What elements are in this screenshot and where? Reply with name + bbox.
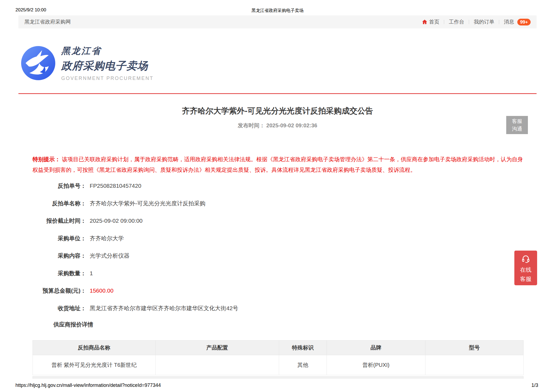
field-value: 齐齐哈尔大学 (90, 235, 124, 242)
column-header-brand: 品牌 (327, 341, 425, 355)
cell-model (425, 355, 523, 375)
special-alert-text: 该项目已关联政府采购计划，属于政府采购范畴，适用政府采购相关法律法规。根据《黑龙… (33, 156, 523, 173)
column-header-model: 型号 (425, 341, 523, 355)
field-label: 收货地址： (27, 304, 86, 312)
logo-english-name: GOVERNMENT PROCUREMENT (61, 76, 154, 81)
service-chat-button[interactable]: 客服 沟通 (506, 116, 528, 134)
home-icon (422, 19, 428, 25)
print-document-title: 黑龙江省政府采购电子卖场 (0, 8, 555, 14)
field-value: FP25082810457420 (90, 183, 141, 189)
table-row: 普析 紫外可见分光光度计 T6新世纪 其他 普析(PUXI) (33, 355, 524, 375)
cell-product-name: 普析 紫外可见分光光度计 T6新世纪 (33, 355, 156, 375)
nav-item-label: 首页 (429, 18, 439, 25)
field-row-auction-name: 反拍单名称： 齐齐哈尔大学紫外-可见光分光光度计反拍采购 (27, 195, 238, 212)
print-footer-url: https://hljcg.hlj.gov.cn/mall-view/infor… (15, 383, 161, 388)
column-header-product-name: 反拍商品名称 (33, 341, 156, 355)
column-header-special-mark: 特殊标识 (279, 341, 327, 355)
nav-item-workbench[interactable]: 工作台 (449, 18, 464, 25)
nav-item-home[interactable]: 首页 (422, 18, 439, 25)
table-next-row-cutoff (33, 376, 524, 379)
cell-special-mark: 其他 (279, 355, 327, 375)
field-label: 采购内容： (27, 252, 86, 260)
service-chat-label-line2: 沟通 (512, 125, 522, 133)
field-row-auction-number: 反拍单号： FP25082810457420 (27, 177, 238, 195)
field-value: 黑龙江省齐齐哈尔市建华区齐齐哈尔市建华区文化大街42号 (90, 304, 238, 312)
field-value: 齐齐哈尔大学紫外-可见光分光光度计反拍采购 (90, 200, 205, 207)
site-logo[interactable]: 黑龙江省 政府采购电子卖场 GOVERNMENT PROCUREMENT (21, 45, 154, 81)
online-service-label-line2: 客服 (520, 274, 531, 284)
field-row-purchase-quantity: 采购数量： 1 (27, 265, 238, 282)
online-service-label-line1: 在线 (520, 265, 531, 274)
logo-marketplace-name: 政府采购电子卖场 (61, 59, 154, 73)
logo-dragon-icon (21, 46, 55, 80)
field-label: 预算总金额(元)： (27, 287, 86, 294)
field-label: 反拍单号： (27, 182, 86, 190)
cell-product-config (155, 355, 279, 375)
supplier-quote-section-header: 供应商报价详情 (53, 321, 93, 328)
nav-item-label: 工作台 (449, 18, 464, 25)
site-name-link[interactable]: 黑龙江省政府采购网 (24, 18, 71, 25)
publish-time-value: 2025-09-02 09:02:36 (266, 122, 317, 128)
table-header-row: 反拍商品名称 产品配置 特殊标识 品牌 型号 (33, 341, 524, 355)
field-row-purchasing-unit: 采购单位： 齐齐哈尔大学 (27, 230, 238, 247)
field-row-delivery-address: 收货地址： 黑龙江省齐齐哈尔市建华区齐齐哈尔市建华区文化大街42号 (27, 300, 238, 317)
notice-title: 齐齐哈尔大学紫外-可见光分光光度计反拍采购成交公告 (0, 106, 555, 116)
service-chat-label-line1: 客服 (512, 118, 522, 125)
nav-item-label: 我的订单 (474, 18, 494, 25)
field-row-budget-total: 预算总金额(元)： 15600.00 (27, 282, 238, 300)
nav-item-messages[interactable]: 消息 (504, 18, 514, 25)
notice-detail-fields: 反拍单号： FP25082810457420 反拍单名称： 齐齐哈尔大学紫外-可… (27, 177, 238, 317)
special-alert: 特别提示： 该项目已关联政府采购计划，属于政府采购范畴，适用政府采购相关法律法规… (33, 154, 524, 175)
cell-brand: 普析(PUXI) (327, 355, 425, 375)
message-count-badge[interactable]: 99+ (517, 19, 531, 25)
nav-item-my-orders[interactable]: 我的订单 (474, 18, 494, 25)
field-row-purchase-content: 采购内容： 光学式分析仪器 (27, 247, 238, 265)
publish-time-row: 发布时间： 2025-09-02 09:02:36 (0, 122, 555, 129)
page: 2025/9/2 10:00 黑龙江省政府采购电子卖场 黑龙江省政府采购网 首页… (0, 0, 555, 392)
special-alert-label: 特别提示： (33, 156, 60, 162)
print-page-indicator: 1/3 (531, 383, 538, 388)
nav-separator (499, 20, 499, 24)
headset-icon (521, 254, 530, 264)
field-label: 反拍单名称： (27, 200, 86, 207)
nav-separator (444, 20, 444, 24)
field-row-quote-deadline: 报价截止时间： 2025-09-02 09:00:00 (27, 212, 238, 230)
field-label: 采购单位： (27, 235, 86, 242)
field-value-budget: 15600.00 (90, 287, 114, 294)
supplier-quote-table: 反拍商品名称 产品配置 特殊标识 品牌 型号 普析 紫外可见分光光度计 T6新世… (33, 340, 524, 375)
red-divider-line (18, 93, 537, 94)
field-value: 1 (90, 270, 93, 277)
field-label: 采购数量： (27, 270, 86, 277)
logo-province-name: 黑龙江省 (61, 45, 154, 57)
field-label: 报价截止时间： (27, 217, 86, 225)
top-navbar: 黑龙江省政府采购网 首页 工作台 我的订单 消息 99+ (18, 15, 537, 28)
logo-text: 黑龙江省 政府采购电子卖场 GOVERNMENT PROCUREMENT (61, 45, 154, 81)
publish-time-label: 发布时间： (238, 122, 265, 128)
nav-item-label: 消息 (504, 18, 514, 25)
navbar-right: 首页 工作台 我的订单 消息 99+ (422, 18, 531, 25)
field-value: 2025-09-02 09:00:00 (90, 218, 143, 224)
nav-separator (469, 20, 469, 24)
column-header-product-config: 产品配置 (155, 341, 279, 355)
field-value: 光学式分析仪器 (90, 252, 130, 260)
online-service-button[interactable]: 在线 客服 (514, 251, 537, 285)
